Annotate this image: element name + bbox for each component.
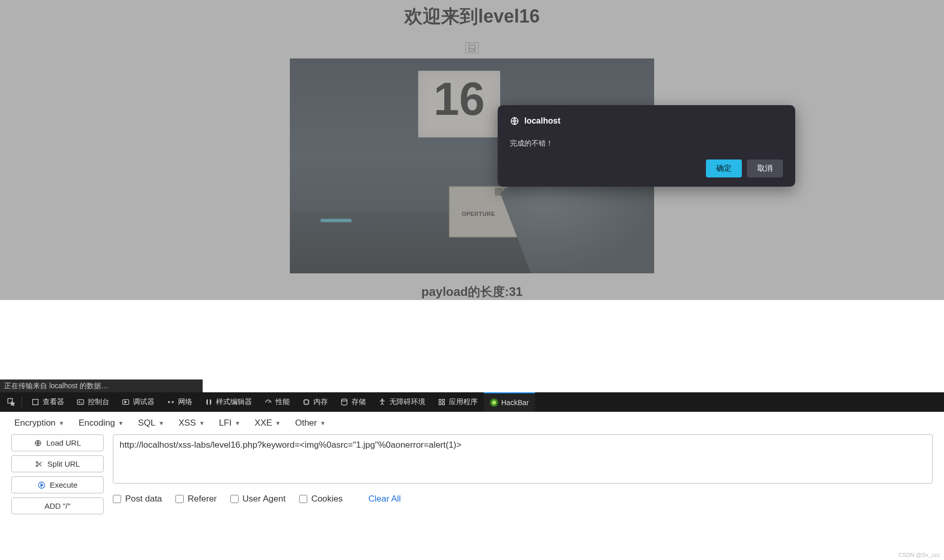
menu-encoding[interactable]: Encoding▼: [78, 418, 124, 428]
svg-point-7: [342, 399, 347, 401]
tab-hackbar[interactable]: HackBar: [484, 392, 535, 412]
hackbar-panel: Encryption▼ Encoding▼ SQL▼ XSS▼ LFI▼ XXE…: [0, 412, 944, 560]
menu-lfi[interactable]: LFI▼: [219, 418, 240, 428]
hackbar-menu: Encryption▼ Encoding▼ SQL▼ XSS▼ LFI▼ XXE…: [0, 412, 944, 434]
globe-small-icon: [34, 439, 42, 447]
payload-length-text: payload的长度:31: [421, 284, 522, 300]
tab-network[interactable]: 网络: [161, 392, 199, 412]
menu-xss[interactable]: XSS▼: [179, 418, 205, 428]
tab-application[interactable]: 应用程序: [431, 392, 484, 412]
svg-rect-3: [33, 399, 38, 405]
hackbar-icon: [490, 398, 498, 407]
url-input[interactable]: [113, 434, 933, 484]
dialog-cancel-button[interactable]: 取消: [747, 159, 783, 177]
broken-image-icon: [465, 43, 479, 53]
dialog-ok-button[interactable]: 确定: [706, 159, 742, 177]
clear-all-link[interactable]: Clear All: [368, 494, 401, 504]
tab-performance[interactable]: 性能: [258, 392, 296, 412]
js-confirm-dialog: localhost 完成的不错！ 确定 取消: [498, 105, 795, 187]
status-bar: 正在传输来自 localhost 的数据…: [0, 379, 203, 393]
globe-icon: [510, 116, 519, 126]
svg-point-8: [382, 399, 383, 401]
page-content: 欢迎来到level16 16 OPERTURE payload的长度:31: [0, 0, 944, 300]
svg-rect-6: [304, 400, 308, 404]
svg-rect-10: [442, 399, 444, 402]
tab-memory[interactable]: 内存: [296, 392, 334, 412]
svg-rect-12: [442, 403, 444, 405]
page-title: 欢迎来到level16: [404, 4, 540, 29]
check-cookies[interactable]: Cookies: [299, 494, 343, 504]
sign-16: 16: [418, 71, 500, 137]
tab-debugger[interactable]: 调试器: [115, 392, 161, 412]
svg-rect-9: [439, 399, 441, 402]
dialog-host: localhost: [524, 116, 560, 126]
menu-encryption[interactable]: Encryption▼: [14, 418, 64, 428]
execute-button[interactable]: Execute: [11, 476, 104, 493]
tab-storage[interactable]: 存储: [334, 392, 372, 412]
svg-rect-4: [77, 399, 84, 404]
element-picker-icon[interactable]: [4, 395, 18, 409]
scissors-icon: [35, 460, 43, 468]
check-user-agent[interactable]: User Agent: [230, 494, 286, 504]
play-circle-icon: [37, 481, 46, 489]
check-referer[interactable]: Referer: [175, 494, 217, 504]
aperture-label: OPERTURE: [462, 211, 495, 217]
add-slash-button[interactable]: ADD "/": [11, 497, 104, 514]
dialog-message: 完成的不错！: [510, 139, 783, 148]
tab-accessibility[interactable]: 无障碍环境: [372, 392, 431, 412]
split-url-button[interactable]: Split URL: [11, 455, 104, 472]
check-post-data[interactable]: Post data: [113, 494, 162, 504]
tab-inspector[interactable]: 查看器: [25, 392, 70, 412]
load-url-button[interactable]: Load URL: [11, 434, 104, 451]
tab-style-editor[interactable]: 样式编辑器: [199, 392, 258, 412]
menu-other[interactable]: Other▼: [295, 418, 325, 428]
watermark: CSDN @Sx_zzz: [898, 552, 940, 558]
tab-console[interactable]: 控制台: [70, 392, 115, 412]
svg-rect-11: [439, 403, 441, 405]
menu-sql[interactable]: SQL▼: [138, 418, 164, 428]
menu-xxe[interactable]: XXE▼: [254, 418, 281, 428]
devtools-tab-bar: 查看器 控制台 调试器 网络 样式编辑器 性能 内存 存储 无障碍环境 应用程序…: [0, 392, 944, 412]
